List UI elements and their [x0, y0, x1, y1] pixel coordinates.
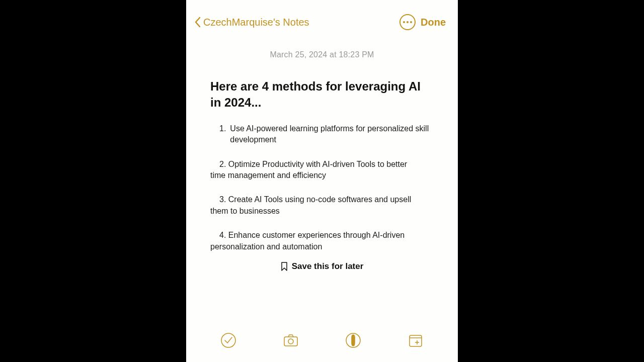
note-list: 1. Use AI-powered learning platforms for… — [210, 123, 434, 252]
svg-rect-1 — [284, 337, 297, 346]
save-later-label: Save this for later — [292, 261, 364, 272]
camera-icon — [282, 332, 299, 349]
new-note-icon — [407, 332, 424, 349]
new-note-button[interactable] — [406, 330, 426, 350]
list-item: 4. Enhance customer experiences through … — [210, 230, 434, 252]
checkmark-circle-icon — [220, 332, 237, 349]
list-item: 3. Create AI Tools using no-code softwar… — [210, 194, 434, 217]
notes-app-window: CzechMarquise's Notes Done March 25, 202… — [186, 0, 458, 362]
bottom-toolbar — [186, 323, 458, 362]
back-button[interactable]: CzechMarquise's Notes — [194, 17, 309, 28]
header-actions: Done — [399, 14, 446, 30]
list-item: 1. Use AI-powered learning platforms for… — [219, 123, 434, 146]
draw-button[interactable] — [343, 330, 363, 350]
back-label: CzechMarquise's Notes — [203, 17, 309, 28]
svg-point-0 — [221, 333, 235, 347]
bookmark-icon — [281, 262, 288, 271]
svg-rect-4 — [410, 335, 422, 346]
top-bar: CzechMarquise's Notes Done — [186, 0, 458, 30]
more-button[interactable] — [399, 14, 416, 30]
camera-button[interactable] — [281, 330, 301, 350]
note-body[interactable]: Here are 4 methods for leveraging AI in … — [186, 59, 458, 323]
list-item: 2. Optimize Productivity with AI-driven … — [210, 159, 434, 182]
note-timestamp: March 25, 2024 at 18:23 PM — [186, 50, 458, 59]
chevron-left-icon — [194, 17, 201, 28]
svg-point-2 — [288, 339, 293, 344]
checklist-button[interactable] — [218, 330, 238, 350]
note-title: Here are 4 methods for leveraging AI in … — [210, 78, 434, 111]
marker-icon — [345, 332, 362, 349]
save-later-row[interactable]: Save this for later — [210, 261, 434, 272]
done-button[interactable]: Done — [421, 17, 446, 28]
